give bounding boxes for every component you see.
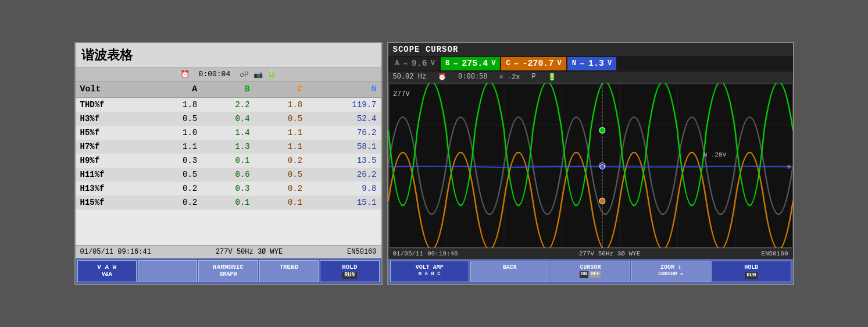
- ch-c-value: -270.7: [523, 59, 554, 69]
- channel-a-badge: A – 9.6 V: [391, 57, 440, 70]
- row-a: 1.1: [149, 140, 202, 154]
- col-header-a: A: [149, 81, 202, 98]
- channel-b-badge: B – 275.4 V: [441, 57, 500, 70]
- row-label: H11%f: [76, 168, 149, 182]
- row-a: 1.8: [149, 97, 202, 112]
- row-b: 1.4: [202, 126, 254, 140]
- col-header-b: B: [202, 81, 254, 98]
- channel-c-badge: C – -270.7 V: [501, 57, 566, 70]
- btn-harmonic-graph[interactable]: HARMONICGRAPH: [198, 260, 258, 282]
- ch-a-value: 9.6: [412, 59, 427, 69]
- row-b: 0.6: [202, 168, 254, 182]
- cursor-dot-b: [599, 198, 605, 204]
- scope-timer: 0:00:58: [458, 73, 487, 81]
- left-settings: 277V 50Hz 3Ø WYE: [216, 248, 283, 256]
- ch-n-value: 1.3: [588, 59, 604, 69]
- table-row: H13%f 0.2 0.3 0.2 9.8: [76, 182, 381, 196]
- left-button-bar: V A WV&A HARMONICGRAPH TREND HOLDRUN: [76, 258, 381, 284]
- scope-battery: 🔋: [548, 73, 556, 81]
- scope-channel-bar: A – 9.6 V B – 275.4 V C – -270.7 V N – 1…: [388, 56, 793, 72]
- row-a: 1.0: [149, 126, 202, 140]
- row-label: H5%f: [76, 126, 149, 140]
- row-c: 0.5: [255, 112, 307, 126]
- scope-footer-info: 01/05/11 09:19:46 277V 50Hz 3Ø WYE EN501…: [388, 248, 793, 259]
- row-c: 1.1: [255, 140, 307, 154]
- right-panel: SCOPE CURSOR A – 9.6 V B – 275.4 V C – -…: [387, 42, 794, 285]
- ch-a-letter: A: [395, 59, 399, 67]
- ch-b-value: 275.4: [462, 59, 488, 69]
- scope-btn-volt-amp[interactable]: VOLT AMPN A B C: [390, 261, 469, 282]
- scope-datetime: 01/05/11 09:19:46: [393, 250, 458, 257]
- col-header-volt: Volt: [76, 81, 149, 98]
- harmonic-table: Volt A B C N THD%f 1.8 2.2 1.8 119.7 H3%…: [76, 81, 381, 209]
- row-n: 13.5: [307, 154, 381, 168]
- btn-empty[interactable]: [138, 260, 197, 282]
- row-label: THD%f: [76, 97, 149, 112]
- left-timer: 0:00:04: [199, 70, 231, 79]
- col-header-n: N: [307, 81, 381, 98]
- row-n: 52.4: [307, 112, 381, 126]
- row-n: 58.1: [307, 140, 381, 154]
- scope-h-marker: H: [787, 164, 791, 170]
- table-row: H15%f 0.2 0.1 0.1 15.1: [76, 196, 381, 209]
- row-b: 0.3: [202, 182, 254, 196]
- table-row: H9%f 0.3 0.1 0.2 13.5: [76, 154, 381, 168]
- clock-icon: ⏰: [180, 70, 190, 79]
- row-b: 1.3: [202, 140, 254, 154]
- row-c: 1.1: [255, 126, 307, 140]
- row-label: H15%f: [76, 196, 149, 209]
- row-a: 0.2: [149, 196, 202, 209]
- row-n: 15.1: [307, 196, 381, 209]
- row-a: 0.2: [149, 182, 202, 196]
- scope-standard: EN50160: [761, 250, 788, 257]
- scope-zoom: ⌕ -2x: [499, 73, 520, 81]
- row-n: 26.2: [307, 168, 381, 182]
- row-c: 0.2: [255, 182, 307, 196]
- ch-n-letter: N: [572, 59, 576, 67]
- scope-settings: 277V 50Hz 3Ø WYE: [579, 250, 641, 257]
- row-b: 0.4: [202, 112, 254, 126]
- scope-btn-zoom[interactable]: ZOOM ⇕CURSOR ⇔: [631, 261, 710, 282]
- channel-n-badge: N – 1.3 V: [567, 57, 616, 70]
- row-n: 9.8: [307, 182, 381, 196]
- row-label: H9%f: [76, 154, 149, 168]
- scope-btn-cursor[interactable]: CURSOR ONOFF: [551, 261, 630, 282]
- row-label: H3%f: [76, 112, 149, 126]
- scope-ylabel: 277V: [392, 90, 409, 98]
- scope-mode: P: [532, 73, 536, 81]
- scope-n-cursor-label: N .28V: [703, 151, 726, 158]
- scope-status-bar: 50.02 Hz ⏰ 0:00:58 ⌕ -2x P 🔋: [388, 72, 793, 83]
- ch-b-letter: B: [445, 59, 449, 67]
- table-row: THD%f 1.8 2.2 1.8 119.7: [76, 97, 381, 112]
- row-b: 2.2: [202, 97, 254, 112]
- left-footer-info: 01/05/11 09:16:41 277V 50Hz 3Ø WYE EN501…: [76, 245, 381, 258]
- scope-btn-back[interactable]: BACK: [470, 261, 549, 282]
- cursor-dot-n: [599, 165, 604, 169]
- scope-btn-hold-run[interactable]: HOLDRUN: [712, 261, 791, 282]
- row-a: 0.5: [149, 112, 202, 126]
- scope-title: SCOPE CURSOR: [388, 43, 793, 56]
- btn-hold-run-left[interactable]: HOLDRUN: [320, 260, 379, 282]
- scope-frequency: 50.02 Hz: [393, 73, 427, 81]
- row-label: H13%f: [76, 182, 149, 196]
- row-n: 119.7: [307, 97, 381, 112]
- row-b: 0.1: [202, 196, 254, 209]
- scope-clock-icon: ⏰: [438, 73, 446, 81]
- row-b: 0.1: [202, 154, 254, 168]
- btn-va[interactable]: V A WV&A: [77, 260, 137, 282]
- cursor-dot-c: [599, 127, 605, 133]
- scope-button-bar: VOLT AMPN A B C BACK CURSOR ONOFF ZOOM ⇕…: [388, 259, 793, 284]
- left-header-bar: ⏰ 0:00:04 ↺P 📷 🔋: [76, 67, 381, 81]
- row-c: 0.1: [255, 196, 307, 209]
- table-row: H5%f 1.0 1.4 1.1 76.2: [76, 126, 381, 140]
- row-n: 76.2: [307, 126, 381, 140]
- left-datetime: 01/05/11 09:16:41: [80, 248, 151, 256]
- harmonic-table-area: Volt A B C N THD%f 1.8 2.2 1.8 119.7 H3%…: [76, 81, 381, 245]
- ch-c-letter: C: [506, 59, 510, 67]
- row-c: 1.8: [255, 97, 307, 112]
- btn-trend[interactable]: TREND: [259, 260, 319, 282]
- left-standard: EN50160: [347, 248, 376, 256]
- left-icons: ↺P 📷 🔋: [240, 70, 276, 79]
- col-header-c: C: [255, 81, 307, 98]
- left-title: 谐波表格: [76, 43, 381, 67]
